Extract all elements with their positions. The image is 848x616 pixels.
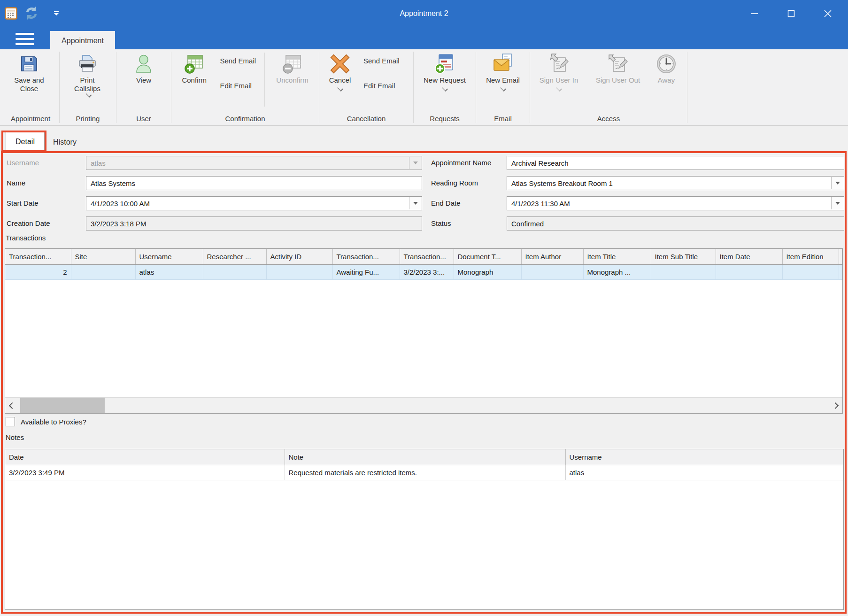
away-button[interactable]: Away [649, 52, 683, 85]
chevron-right-icon [832, 402, 839, 408]
scrollbar-thumb[interactable] [20, 398, 105, 413]
new-request-label: New Request [424, 76, 466, 85]
group-separator [59, 52, 60, 123]
dropdown-arrow-icon[interactable] [831, 197, 843, 209]
column-header[interactable]: Item Title [583, 249, 651, 264]
group-separator [116, 52, 116, 123]
scroll-left-button[interactable] [5, 398, 19, 413]
ribbon-group-cancellation: Cancel Send Email Edit Email Cancellatio… [320, 49, 412, 125]
creation-date-label: Creation Date [7, 216, 50, 231]
detail-panel: Username atlas Appointment Name Archival… [1, 151, 847, 614]
scroll-right-button[interactable] [828, 398, 842, 413]
horizontal-scrollbar[interactable] [5, 397, 842, 413]
column-header[interactable]: Site [71, 249, 135, 264]
file-menu-button[interactable] [12, 31, 38, 47]
chevron-down-icon [442, 85, 448, 92]
minimize-button[interactable] [736, 0, 773, 27]
cancellation-edit-email-button[interactable]: Edit Email [361, 81, 402, 91]
ribbon-group-requests: New Request Requests [415, 49, 475, 125]
hamburger-icon [15, 33, 34, 35]
start-date-combo[interactable]: 4/1/2023 10:00 AM [86, 196, 422, 210]
status-label: Status [431, 216, 451, 231]
new-email-button[interactable]: New Email [478, 52, 528, 91]
chevron-left-icon [9, 402, 15, 408]
available-to-proxies-checkbox[interactable] [6, 417, 15, 426]
column-header[interactable]: Note [285, 449, 565, 465]
save-and-close-button[interactable]: Save and Close [3, 52, 55, 93]
username-combo[interactable]: atlas [86, 156, 422, 170]
column-header[interactable]: Activity ID [266, 249, 332, 264]
notes-grid: DateNoteUsername3/2/2023 3:49 PMRequeste… [5, 449, 844, 610]
print-callslips-label: Print Callslips [70, 76, 105, 93]
transactions-table[interactable]: Transaction...SiteUsernameResearcher ...… [5, 249, 842, 280]
cancel-button[interactable]: Cancel [320, 52, 360, 91]
reading-room-label: Reading Room [431, 176, 478, 190]
confirmation-send-email-button[interactable]: Send Email [217, 56, 259, 66]
end-date-combo[interactable]: 4/1/2023 11:30 AM [507, 196, 844, 210]
group-label-printing: Printing [61, 113, 115, 125]
appointment-name-input[interactable]: Archival Research [507, 156, 844, 170]
table-row[interactable]: 2atlasAwaiting Fu...3/2/2023 3:...Monogr… [5, 264, 842, 279]
notes-table[interactable]: DateNoteUsername3/2/2023 3:49 PMRequeste… [5, 449, 843, 480]
group-separator [687, 52, 687, 123]
group-label-confirmation: Confirmation [172, 113, 318, 125]
name-label: Name [7, 176, 25, 190]
inner-separator [264, 53, 265, 107]
available-to-proxies-label: Available to Proxies? [21, 418, 86, 426]
appointment-name-label: Appointment Name [431, 156, 491, 170]
column-header[interactable]: Username [135, 249, 203, 264]
floppy-disk-icon [18, 53, 40, 75]
group-label-user: User [117, 113, 170, 125]
transactions-grid: Transaction...SiteUsernameResearcher ...… [5, 248, 843, 414]
titlebar: Appointment 2 [0, 0, 848, 27]
dropdown-arrow-icon[interactable] [409, 157, 421, 169]
group-label-email: Email [477, 113, 529, 125]
column-header[interactable]: Username [565, 449, 843, 465]
sign-user-out-button[interactable]: Sign User Out [586, 52, 649, 85]
appointment-window: Appointment 2 Appointment [0, 0, 848, 616]
close-button[interactable] [809, 0, 846, 27]
group-separator [476, 52, 476, 123]
ribbon-group-access: Sign User In Sign User Out [531, 49, 686, 125]
cancellation-send-email-button[interactable]: Send Email [361, 56, 402, 66]
ribbon-tab-row: Appointment [0, 27, 848, 49]
column-header[interactable]: Researcher ... [203, 249, 266, 264]
column-header[interactable]: Transaction... [400, 249, 454, 264]
column-header[interactable]: Date [5, 449, 285, 465]
column-header[interactable]: Document T... [454, 249, 521, 264]
column-header[interactable] [839, 249, 842, 264]
column-header[interactable]: Transaction... [5, 249, 71, 264]
tab-detail[interactable]: Detail [6, 132, 45, 152]
ribbon-tab-appointment[interactable]: Appointment [50, 31, 115, 49]
column-header[interactable]: Item Author [521, 249, 583, 264]
tab-history[interactable]: History [46, 132, 83, 151]
column-header[interactable]: Transaction... [332, 249, 400, 264]
group-label-access: Access [531, 113, 686, 125]
new-request-button[interactable]: New Request [415, 52, 475, 91]
chevron-down-icon [556, 85, 562, 92]
unconfirm-button[interactable]: Unconfirm [267, 52, 318, 85]
print-callslips-button[interactable]: Print Callslips [61, 52, 114, 98]
dropdown-arrow-icon[interactable] [409, 197, 421, 209]
new-email-icon [492, 53, 514, 75]
cancel-x-icon [329, 53, 351, 75]
column-header[interactable]: Item Date [716, 249, 782, 264]
name-input[interactable]: Atlas Systems [86, 176, 422, 190]
confirm-grid-plus-icon [184, 53, 205, 75]
maximize-button[interactable] [773, 0, 809, 27]
dropdown-arrow-icon[interactable] [831, 177, 843, 189]
column-header[interactable]: Item Edition [782, 249, 839, 264]
confirmation-edit-email-button[interactable]: Edit Email [217, 81, 259, 91]
group-separator [413, 52, 414, 123]
start-date-label: Start Date [7, 196, 39, 210]
view-label: View [136, 76, 151, 85]
column-header[interactable]: Item Sub Title [651, 249, 716, 264]
sign-user-in-button[interactable]: Sign User In [531, 52, 586, 91]
reading-room-combo[interactable]: Atlas Systems Breakout Room 1 [507, 176, 844, 190]
view-user-button[interactable]: View [125, 52, 162, 85]
group-label-cancellation: Cancellation [320, 113, 412, 125]
confirmation-email-links: Send Email Edit Email [217, 56, 259, 91]
table-row[interactable]: 3/2/2023 3:49 PMRequested materials are … [5, 465, 843, 480]
username-label: Username [7, 156, 39, 170]
confirm-button[interactable]: Confirm [172, 52, 216, 85]
